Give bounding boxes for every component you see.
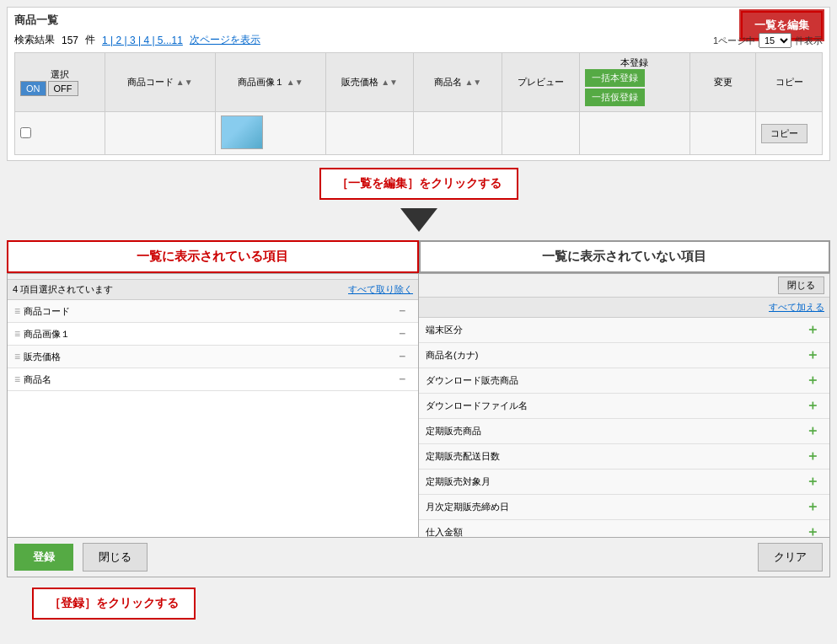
panel-close-row <box>8 274 418 280</box>
off-button[interactable]: OFF <box>48 81 78 96</box>
left-buttons: 登録 閉じる <box>14 543 148 572</box>
add-item-button[interactable]: ＋ <box>802 346 823 364</box>
next-page-link[interactable]: 次ページを表示 <box>190 33 260 47</box>
item-label: 定期販売配送日数 <box>426 450 802 463</box>
item-label: 月次定期販売締め日 <box>426 501 802 513</box>
th-preview-label: プレビュー <box>518 77 564 87</box>
item-label: 商品画像１ <box>24 328 393 341</box>
item-label: ダウンロード販売商品 <box>426 374 802 387</box>
th-copy-label: コピー <box>775 77 803 87</box>
item-label: ダウンロードファイル名 <box>426 400 802 412</box>
panel-left: 4 項目選択されています すべて取り除く ≡ 商品コード － ≡ 商品画像１ －… <box>8 274 419 537</box>
add-item-button[interactable]: ＋ <box>802 498 823 516</box>
sort-icon-code[interactable]: ▲▼ <box>176 78 193 87</box>
right-items-list: 端末区分 ＋ 商品名(カナ) ＋ ダウンロード販売商品 ＋ ダウンロードファイル… <box>419 318 829 537</box>
remove-all-button[interactable]: すべて取り除く <box>348 283 413 296</box>
th-change-label: 変更 <box>714 77 732 87</box>
th-price-label: 販売価格 <box>341 77 378 87</box>
item-label: 仕入金額 <box>426 526 802 537</box>
search-results-row: 検索結果 157 件 1 | 2 | 3 | 4 | 5...11 次ページを表… <box>14 33 823 47</box>
callout-bottom-box: ［登録］をクリックする <box>32 588 196 620</box>
add-all-button[interactable]: すべて加える <box>769 301 824 314</box>
row-checkbox[interactable] <box>20 127 31 138</box>
item-label: 定期販売商品 <box>426 425 802 437</box>
sort-icon-img[interactable]: ▲▼ <box>287 78 303 87</box>
count-unit: 件 <box>85 33 95 47</box>
on-off-buttons: ON OFF <box>20 81 99 96</box>
remove-item-button[interactable]: － <box>393 326 411 341</box>
right-list-item: 定期販売商品 ＋ <box>419 419 829 444</box>
remove-item-button[interactable]: － <box>393 349 411 364</box>
th-price: 販売価格 ▲▼ <box>325 53 414 112</box>
item-label: 端末区分 <box>426 324 802 336</box>
bulk-draft-button[interactable]: 一括仮登録 <box>585 89 645 106</box>
panel-left-top-bar: 4 項目選択されています すべて取り除く <box>8 280 418 300</box>
add-item-button[interactable]: ＋ <box>802 397 823 415</box>
drag-handle: ≡ <box>14 351 20 362</box>
pagination-links[interactable]: 1 | 2 | 3 | 4 | 5...11 <box>102 35 183 46</box>
sort-icon-price[interactable]: ▲▼ <box>381 78 398 87</box>
right-list-item: 定期販売対象月 ＋ <box>419 470 829 495</box>
panel-header-right: 一覧に表示されていない項目 <box>419 240 831 273</box>
product-image <box>221 115 263 149</box>
panel-right-close-row: 閉じる <box>419 274 829 298</box>
right-list-item: 端末区分 ＋ <box>419 318 829 343</box>
add-item-button[interactable]: ＋ <box>802 523 823 537</box>
per-page-select[interactable]: 15 30 50 <box>759 33 791 48</box>
add-item-button[interactable]: ＋ <box>802 422 823 440</box>
right-list-item: 定期販売配送日数 ＋ <box>419 444 829 470</box>
right-list-item: ダウンロード販売商品 ＋ <box>419 368 829 394</box>
bulk-register-button[interactable]: 一括本登録 <box>585 69 645 87</box>
th-change: 変更 <box>689 53 756 112</box>
panel-headers-row: 一覧に表示されている項目 一覧に表示されていない項目 <box>7 240 830 273</box>
down-arrow-shape <box>400 208 437 232</box>
drag-handle: ≡ <box>14 305 20 317</box>
close-button[interactable]: 閉じる <box>83 543 148 572</box>
cell-name <box>414 112 502 155</box>
panel-right: 閉じる すべて加える 端末区分 ＋ 商品名(カナ) ＋ ダウンロード販売商品 ＋… <box>419 274 829 537</box>
per-page-label: 1ページ中 <box>713 35 755 47</box>
item-label: 商品コード <box>24 305 393 318</box>
item-label: 商品名 <box>24 373 393 386</box>
clear-button[interactable]: クリア <box>758 543 823 572</box>
add-item-button[interactable]: ＋ <box>802 448 823 465</box>
th-img: 商品画像１ ▲▼ <box>215 53 325 112</box>
remove-item-button[interactable]: － <box>393 372 411 387</box>
th-name: 商品名 ▲▼ <box>414 53 502 112</box>
left-list-item: ≡ 商品名 － <box>8 368 418 391</box>
right-list-item: 仕入金額 ＋ <box>419 520 829 537</box>
cell-main <box>579 112 689 155</box>
item-label: 定期販売対象月 <box>426 475 802 488</box>
cell-select <box>15 112 105 155</box>
sort-icon-name[interactable]: ▲▼ <box>464 78 481 87</box>
cell-change <box>689 112 756 155</box>
add-item-button[interactable]: ＋ <box>802 473 823 491</box>
drag-handle: ≡ <box>14 328 20 340</box>
add-item-button[interactable]: ＋ <box>802 321 823 339</box>
copy-button[interactable]: コピー <box>761 124 807 143</box>
drag-handle: ≡ <box>14 373 20 385</box>
callout-top-area: ［一覧を編集］をクリックする <box>7 168 830 200</box>
cell-copy: コピー <box>756 112 823 155</box>
remove-item-button[interactable]: － <box>393 303 411 319</box>
panel-ui: 4 項目選択されています すべて取り除く ≡ 商品コード － ≡ 商品画像１ －… <box>7 273 830 538</box>
register-button[interactable]: 登録 <box>14 544 73 571</box>
th-select: 選択 ON OFF <box>15 53 105 112</box>
panel-close-button[interactable]: 閉じる <box>778 276 824 294</box>
on-button[interactable]: ON <box>20 81 46 96</box>
th-main-label: 本登録 <box>620 57 648 67</box>
cell-image <box>215 112 325 155</box>
left-items-list: ≡ 商品コード － ≡ 商品画像１ － ≡ 販売価格 － ≡ 商品名 － <box>8 300 418 519</box>
callout-bottom-area: ［登録］をクリックする <box>7 581 830 620</box>
th-name-label: 商品名 <box>434 77 462 87</box>
per-page-unit: 件表示 <box>795 35 823 47</box>
add-item-button[interactable]: ＋ <box>802 372 823 389</box>
product-table: 選択 ON OFF 商品コード ▲▼ 商品画像１ ▲▼ 販売価格 ▲▼ <box>14 52 823 155</box>
per-page-area: 1ページ中 15 30 50 件表示 <box>713 33 823 48</box>
cell-preview <box>502 112 580 155</box>
result-count: 157 <box>62 35 78 46</box>
right-list-item: 月次定期販売締め日 ＋ <box>419 495 829 520</box>
th-main: 本登録 一括本登録 一括仮登録 <box>579 53 689 112</box>
th-code-label: 商品コード <box>127 77 174 87</box>
product-list-section: 商品一覧 検索結果 157 件 1 | 2 | 3 | 4 | 5...11 次… <box>7 7 830 161</box>
